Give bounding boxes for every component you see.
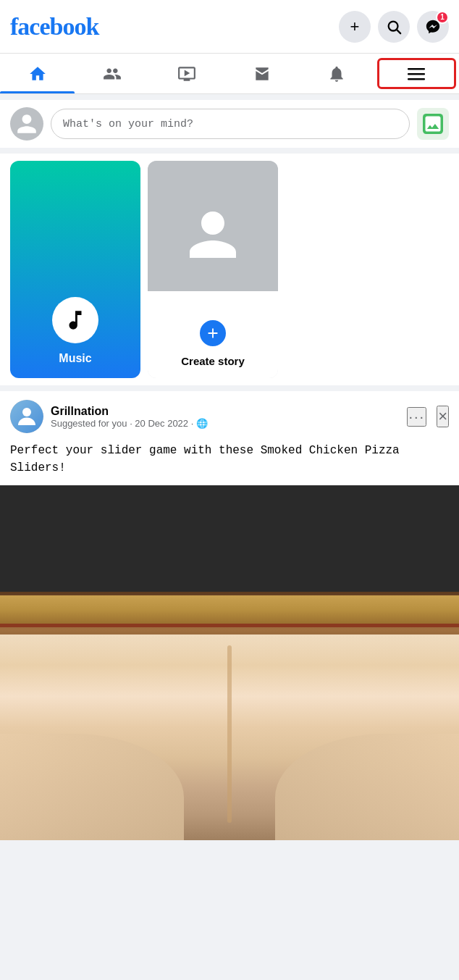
stories-section: Music Create story: [0, 154, 459, 385]
music-story-label: Music: [59, 352, 91, 365]
svg-rect-3: [408, 73, 425, 75]
watch-icon: [177, 64, 196, 83]
tab-marketplace[interactable]: [224, 54, 299, 93]
composer-placeholder: What's on your mind?: [63, 118, 193, 130]
post-close-button[interactable]: ×: [437, 406, 449, 427]
create-story-label: Create story: [181, 355, 245, 368]
tab-watch[interactable]: [150, 54, 224, 93]
svg-line-1: [397, 30, 400, 33]
marketplace-icon: [253, 64, 271, 83]
messenger-button[interactable]: 1: [417, 11, 449, 43]
svg-rect-4: [408, 78, 425, 80]
add-button[interactable]: +: [339, 11, 371, 43]
app-header: facebook + 1: [0, 0, 459, 54]
music-icon-circle: [52, 297, 98, 343]
post-text: Perfect your slider game with these Smok…: [0, 442, 459, 485]
post-subtitle-text: Suggested for you · 20 Dec 2022 · 🌐: [51, 418, 208, 429]
user-silhouette-icon: [15, 112, 38, 135]
header-actions: + 1: [339, 11, 449, 43]
post-card: Grillnation Suggested for you · 20 Dec 2…: [0, 391, 459, 840]
plus-icon: [205, 325, 221, 341]
create-avatar-icon: [184, 206, 242, 264]
story-card-music[interactable]: Music: [10, 161, 140, 378]
post-avatar-icon: [14, 403, 40, 430]
post-meta: Grillnation Suggested for you · 20 Dec 2…: [51, 405, 400, 429]
post-author-name: Grillnation: [51, 405, 400, 418]
app-logo: facebook: [10, 13, 98, 41]
friends-icon: [103, 64, 122, 83]
photo-icon: [423, 114, 443, 134]
story-card-create[interactable]: Create story: [148, 161, 278, 378]
main-nav: [0, 54, 459, 94]
post-author-avatar[interactable]: [10, 400, 43, 433]
tab-menu[interactable]: [377, 58, 456, 89]
search-button[interactable]: [378, 11, 410, 43]
post-header: Grillnation Suggested for you · 20 Dec 2…: [0, 391, 459, 442]
music-note-icon: [63, 308, 88, 332]
tab-home[interactable]: [0, 54, 75, 93]
post-image: [0, 485, 459, 840]
menu-icon: [408, 65, 425, 83]
user-avatar: [10, 107, 43, 141]
tab-friends[interactable]: [75, 54, 149, 93]
bell-icon: [327, 64, 346, 83]
search-icon: [386, 19, 402, 35]
home-icon: [28, 64, 47, 83]
post-header-actions: ··· ×: [407, 406, 449, 427]
post-subtitle: Suggested for you · 20 Dec 2022 · 🌐: [51, 418, 400, 429]
create-story-bottom: Create story: [148, 291, 278, 378]
tab-notifications[interactable]: [299, 54, 374, 93]
create-story-avatar-bg: [148, 161, 278, 309]
add-icon: +: [350, 17, 360, 36]
create-story-plus[interactable]: [197, 317, 229, 349]
messenger-badge: 1: [436, 11, 449, 24]
svg-rect-2: [408, 68, 425, 70]
composer-input[interactable]: What's on your mind?: [51, 109, 410, 139]
svg-point-6: [22, 408, 31, 416]
photo-button[interactable]: [417, 108, 449, 140]
post-composer: What's on your mind?: [0, 100, 459, 148]
post-more-options[interactable]: ···: [407, 407, 426, 427]
